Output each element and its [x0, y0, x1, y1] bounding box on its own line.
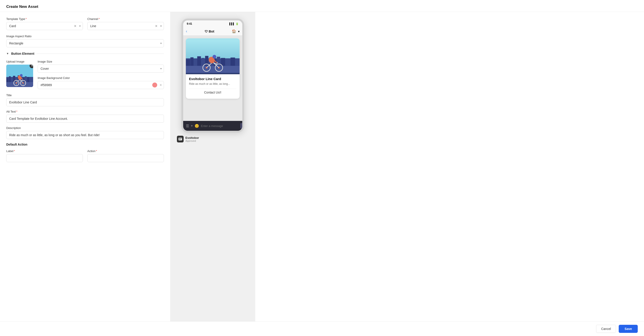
alt-text-label: Alt Text*	[6, 110, 164, 113]
label-action-row: Label* Action*	[6, 149, 164, 162]
chevron-down-icon[interactable]: ▾	[238, 30, 240, 33]
card-preview-content: Evoltobor Line Card Ride as much or as l…	[186, 74, 240, 99]
color-input-wrapper: ✕	[38, 81, 164, 89]
upload-image-group: Upload Image	[6, 60, 33, 87]
card-preview-title: Evoltobor Line Card	[189, 77, 236, 81]
preview-owner: Evoltobor Approved	[175, 136, 199, 142]
image-aspect-ratio-group: Image Aspect Ratio Rectangle Square ▾	[6, 35, 164, 47]
preview-panel: 9:41 ▌▌▌ 🔋 ‹ 🛡 Bot 🏠 ▾	[170, 12, 255, 321]
svg-point-28	[16, 82, 17, 84]
template-type-group: Template Type* Card ✕ ▾	[6, 17, 83, 30]
modal-body: Template Type* Card ✕ ▾ Channel*	[0, 12, 644, 321]
emoji-icon[interactable]: 😊	[194, 124, 199, 128]
phone-input-bar: ☰ + 😊 Send	[183, 121, 242, 131]
menu-icon[interactable]: ☰	[186, 124, 189, 128]
svg-point-26	[20, 74, 22, 77]
template-type-select-wrapper: Card ✕ ▾	[6, 22, 83, 30]
card-preview-button[interactable]: Contact Us!!	[189, 89, 236, 96]
owner-name: Evoltobor	[186, 136, 199, 139]
upload-image-label: Upload Image	[6, 60, 33, 63]
template-type-label: Template Type*	[6, 17, 83, 21]
phone-chat-title: 🛡 Bot	[205, 29, 214, 33]
phone-input-icons: ☰ + 😊	[186, 124, 199, 128]
title-group: Title	[6, 94, 164, 106]
image-size-group: Image Size Cover Contain ▾ Image Backgro…	[38, 60, 164, 89]
save-button[interactable]: Save	[619, 325, 638, 333]
phone-status-bar: 9:41 ▌▌▌ 🔋	[183, 21, 242, 27]
card-preview-description: Ride as much or as little, as long...	[189, 82, 236, 86]
modal-container: Create New Asset Template Type* Card ✕ ▾	[0, 0, 644, 336]
image-size-select-wrapper: Cover Contain ▾	[38, 65, 164, 73]
svg-rect-45	[186, 66, 240, 73]
owner-status: Approved	[186, 139, 199, 142]
modal-header: Create New Asset	[0, 0, 644, 12]
template-type-clear-btn[interactable]: ✕	[74, 24, 76, 28]
phone-mockup: 9:41 ▌▌▌ 🔋 ‹ 🛡 Bot 🏠 ▾	[182, 19, 244, 132]
channel-clear-btn[interactable]: ✕	[155, 24, 158, 28]
button-element-section: ▼ Button Element Upload Image	[6, 52, 164, 162]
svg-rect-58	[179, 138, 182, 139]
action-field-label: Action*	[87, 149, 164, 153]
modal-footer: Cancel Save	[0, 321, 644, 336]
modal-title: Create New Asset	[6, 5, 38, 9]
action-field-input[interactable]	[87, 154, 164, 162]
card-preview: Evoltobor Line Card Ride as much or as l…	[186, 38, 240, 99]
alt-text-group: Alt Text*	[6, 110, 164, 123]
label-field-input[interactable]	[6, 154, 83, 162]
image-bg-color-input[interactable]	[38, 81, 164, 89]
description-input[interactable]	[6, 131, 164, 139]
preview-cyclist-svg	[186, 38, 240, 74]
image-aspect-ratio-label: Image Aspect Ratio	[6, 35, 164, 38]
image-size-select[interactable]: Cover Contain	[38, 65, 164, 73]
upload-row: Upload Image	[6, 60, 164, 89]
color-clear-btn[interactable]: ✕	[160, 83, 162, 87]
cancel-button[interactable]: Cancel	[596, 325, 616, 333]
bot-shield-icon: 🛡	[205, 30, 208, 33]
svg-point-29	[22, 82, 24, 84]
card-preview-image	[186, 38, 240, 74]
phone-chat-body: Evoltobor Line Card Ride as much or as l…	[183, 36, 242, 121]
svg-point-55	[212, 55, 216, 59]
phone-time: 9:41	[187, 22, 192, 25]
channel-select[interactable]: Line	[87, 22, 164, 30]
channel-label: Channel*	[87, 17, 164, 21]
section-chevron-icon[interactable]: ▼	[6, 52, 9, 55]
message-input[interactable]	[201, 124, 238, 128]
phone-chat-header: ‹ 🛡 Bot 🏠 ▾	[183, 27, 242, 36]
wifi-icon: 🔋	[236, 23, 239, 25]
title-label: Title	[6, 94, 164, 97]
signal-icon: ▌▌▌	[230, 23, 235, 25]
upload-area[interactable]: ✕	[6, 65, 33, 87]
image-aspect-ratio-select-wrapper: Rectangle Square ▾	[6, 39, 164, 47]
default-action-section: Default Action Label* Action*	[6, 143, 164, 162]
template-type-select[interactable]: Card	[6, 22, 83, 30]
button-element-label: Button Element	[11, 52, 34, 55]
owner-avatar-icon	[178, 137, 182, 141]
cyclist-scene-svg	[6, 65, 33, 87]
image-bg-color-label: Image Background Color	[38, 76, 164, 80]
divider-line	[36, 54, 164, 54]
channel-group: Channel* Line ✕ ▾	[87, 17, 164, 30]
home-icon[interactable]: 🏠	[232, 29, 236, 33]
title-input[interactable]	[6, 98, 164, 106]
button-element-divider: ▼ Button Element	[6, 52, 164, 55]
default-action-title: Default Action	[6, 143, 164, 146]
action-field-group: Action*	[87, 149, 164, 162]
svg-rect-59	[179, 139, 181, 139]
phone-status-icons: ▌▌▌ 🔋	[230, 23, 239, 25]
plus-icon[interactable]: +	[191, 124, 193, 128]
form-panel: Template Type* Card ✕ ▾ Channel*	[0, 12, 170, 321]
color-swatch[interactable]	[152, 83, 157, 87]
alt-text-input[interactable]	[6, 115, 164, 123]
description-label: Description	[6, 126, 164, 130]
label-field-group: Label*	[6, 149, 83, 162]
label-field-label: Label*	[6, 149, 83, 153]
description-group: Description	[6, 126, 164, 139]
upload-image-preview	[6, 65, 33, 87]
send-button[interactable]: Send	[240, 123, 244, 128]
channel-select-wrapper: Line ✕ ▾	[87, 22, 164, 30]
template-channel-row: Template Type* Card ✕ ▾ Channel*	[6, 17, 164, 30]
back-btn[interactable]: ‹	[186, 29, 187, 34]
owner-avatar	[177, 136, 184, 142]
image-aspect-ratio-select[interactable]: Rectangle Square	[6, 39, 164, 47]
